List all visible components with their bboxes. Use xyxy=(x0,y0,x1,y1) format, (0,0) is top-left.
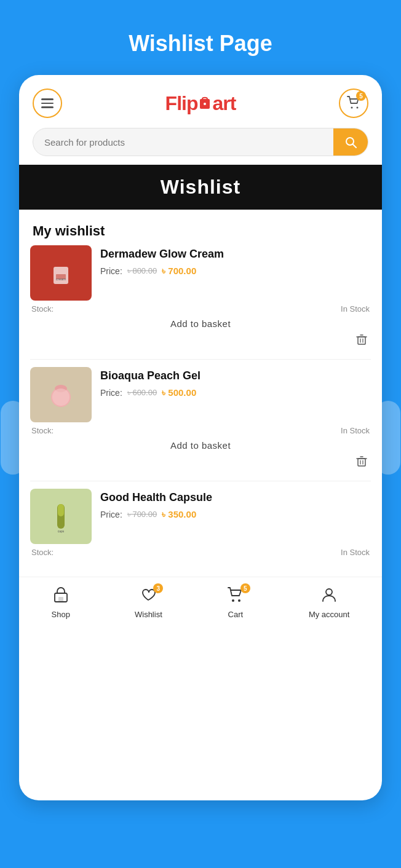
svg-rect-29 xyxy=(58,597,63,602)
product-name-2: Bioaqua Peach Gel xyxy=(100,369,371,382)
trash-icon-1 xyxy=(355,333,368,346)
shop-icon xyxy=(52,586,69,607)
nav-label-cart: Cart xyxy=(228,610,244,619)
svg-point-2 xyxy=(351,106,353,108)
price-label-2: Price: xyxy=(100,388,122,398)
heart-icon: 3 xyxy=(140,586,157,607)
stock-label-1: Stock: xyxy=(31,304,54,314)
product-image-1: cream xyxy=(30,245,92,301)
svg-point-32 xyxy=(326,589,332,595)
nav-label-shop: Shop xyxy=(52,610,70,619)
logo-text-flip: Flip xyxy=(165,92,198,115)
svg-rect-26 xyxy=(58,504,64,516)
search-bar xyxy=(33,128,368,156)
wishlist-banner: Wishlist xyxy=(19,165,382,210)
svg-rect-10 xyxy=(358,337,365,344)
logo-text-art: art xyxy=(212,92,236,115)
nav-item-cart[interactable]: 5 Cart xyxy=(227,586,244,619)
svg-point-18 xyxy=(52,389,69,406)
product-image-2 xyxy=(30,367,92,422)
search-button[interactable] xyxy=(333,128,368,156)
sale-price-3: ৳ 350.00 xyxy=(162,509,196,520)
product-info-1: Dermadew Glow Cream Price: ৳ 800.00 ৳ 70… xyxy=(100,245,371,277)
svg-point-30 xyxy=(232,599,234,602)
nav-item-wishlist[interactable]: 3 Wishlist xyxy=(135,586,162,619)
stock-label-3: Stock: xyxy=(31,548,54,557)
cart-badge: 5 xyxy=(356,91,366,101)
add-basket-button-2[interactable]: Add to basket xyxy=(170,440,231,451)
original-price-2: ৳ 600.00 xyxy=(127,388,157,398)
svg-line-5 xyxy=(353,144,356,148)
hamburger-icon xyxy=(41,98,54,108)
svg-point-3 xyxy=(357,106,359,108)
search-icon xyxy=(344,136,357,148)
price-label-3: Price: xyxy=(100,510,122,519)
nav-label-wishlist: Wishlist xyxy=(135,610,162,619)
product-name-1: Dermadew Glow Cream xyxy=(100,248,371,261)
sale-price-2: ৳ 500.00 xyxy=(162,387,196,398)
original-price-1: ৳ 800.00 xyxy=(127,266,157,276)
stock-row-3: Stock: In Stock xyxy=(30,548,371,557)
stock-status-3: In Stock xyxy=(341,548,370,557)
stock-status-1: In Stock xyxy=(341,304,370,314)
delete-button-2[interactable] xyxy=(355,454,368,471)
trash-icon-2 xyxy=(355,454,368,468)
cart-button[interactable]: 5 xyxy=(339,89,368,118)
svg-point-4 xyxy=(346,138,354,145)
product-name-3: Good Health Capsule xyxy=(100,491,371,504)
stock-label-2: Stock: xyxy=(31,426,54,435)
wishlist-item-2: Bioaqua Peach Gel Price: ৳ 600.00 ৳ 500.… xyxy=(30,367,371,481)
svg-text:cream: cream xyxy=(56,277,66,281)
header: Flip art xyxy=(19,75,382,124)
stock-row-1: Stock: In Stock xyxy=(30,304,371,314)
delete-button-1[interactable] xyxy=(355,333,368,349)
person-icon xyxy=(320,586,338,607)
wishlist-item-1: cream Dermadew Glow Cream Price: ৳ 800.0… xyxy=(30,245,371,360)
page-title: Wishlist Page xyxy=(0,31,401,57)
stock-row-2: Stock: In Stock xyxy=(30,426,371,435)
price-label-1: Price: xyxy=(100,266,122,276)
cart-nav-icon: 5 xyxy=(227,586,244,607)
original-price-3: ৳ 700.00 xyxy=(127,510,157,519)
cart-nav-badge: 5 xyxy=(240,583,250,593)
logo: Flip art xyxy=(165,92,236,115)
product-info-2: Bioaqua Peach Gel Price: ৳ 600.00 ৳ 500.… xyxy=(100,367,371,398)
svg-point-31 xyxy=(238,599,240,602)
stock-status-2: In Stock xyxy=(341,426,370,435)
product-image-3: caps xyxy=(30,489,92,544)
nav-item-account[interactable]: My account xyxy=(309,586,349,619)
logo-bag-icon xyxy=(198,92,212,115)
bottom-nav: Shop 3 Wishlist xyxy=(19,577,382,630)
search-input[interactable] xyxy=(33,130,333,155)
sale-price-1: ৳ 700.00 xyxy=(162,266,196,277)
menu-button[interactable] xyxy=(33,89,62,118)
add-basket-button-1[interactable]: Add to basket xyxy=(170,318,231,329)
product-info-3: Good Health Capsule Price: ৳ 700.00 ৳ 35… xyxy=(100,489,371,520)
svg-text:caps: caps xyxy=(58,529,65,533)
phone-frame: Flip art xyxy=(19,75,382,800)
wishlist-item-3: caps Good Health Capsule Price: ৳ 700.00… xyxy=(30,489,371,564)
svg-point-1 xyxy=(204,103,206,105)
wishlist-badge: 3 xyxy=(153,583,163,593)
nav-label-account: My account xyxy=(309,610,349,619)
my-wishlist-title: My wishlist xyxy=(19,210,382,245)
nav-item-shop[interactable]: Shop xyxy=(52,586,70,619)
svg-rect-19 xyxy=(358,459,365,466)
